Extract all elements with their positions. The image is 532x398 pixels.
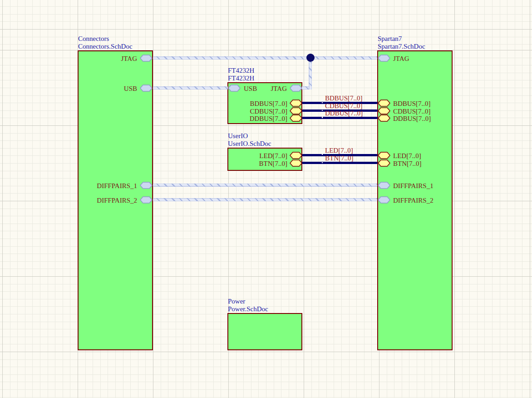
port-label[interactable]: DDBUS[7..0] bbox=[393, 115, 431, 122]
port-connectors-jtag[interactable] bbox=[140, 55, 153, 62]
port-label[interactable]: LED[7..0] bbox=[227, 152, 287, 159]
sheet-name[interactable]: Connectors bbox=[78, 35, 133, 43]
sheet-symbol-power[interactable] bbox=[227, 313, 302, 350]
bus-label-tick bbox=[322, 115, 323, 121]
sheet-name[interactable]: Spartan7 bbox=[378, 35, 425, 43]
net-label-ddbus[interactable]: DDBUS[7..0] bbox=[325, 109, 363, 117]
port-ft4232h-jtag[interactable] bbox=[290, 85, 302, 92]
bus-label-tick bbox=[322, 160, 323, 166]
port-spartan7-jtag[interactable] bbox=[378, 55, 390, 62]
port-spartan7-btn[interactable] bbox=[378, 159, 390, 167]
port-spartan7-led[interactable] bbox=[378, 152, 390, 159]
sheet-file[interactable]: Spartan7.SchDoc bbox=[378, 43, 425, 50]
bus-label-tick bbox=[322, 152, 323, 158]
bus-btn[interactable] bbox=[302, 162, 378, 164]
bus-ddbus[interactable] bbox=[302, 117, 378, 119]
port-connectors-diffpairs-2[interactable] bbox=[140, 196, 153, 204]
port-ft4232h-ddbus[interactable] bbox=[290, 114, 302, 122]
sheet-file[interactable]: Power.SchDoc bbox=[228, 305, 268, 313]
port-label[interactable]: CDBUS[7..0] bbox=[393, 108, 431, 115]
port-spartan7-diffpairs-2[interactable] bbox=[378, 196, 390, 204]
bus-label-tick bbox=[322, 108, 323, 114]
junction-dot bbox=[306, 54, 315, 62]
harness-usb[interactable] bbox=[153, 86, 228, 90]
net-label-led[interactable]: LED[7..0] bbox=[325, 147, 353, 154]
net-label-cdbus[interactable]: CDBUS[7..0] bbox=[325, 102, 363, 109]
sheet-title-ft4232h[interactable]: FT4232H FT4232H bbox=[228, 67, 254, 82]
harness-diffpairs-1[interactable] bbox=[153, 184, 377, 187]
port-label[interactable]: DDBUS[7..0] bbox=[227, 115, 287, 122]
sheet-file[interactable]: Connectors.SchDoc bbox=[78, 43, 133, 50]
sheet-title-spartan7[interactable]: Spartan7 Spartan7.SchDoc bbox=[378, 35, 425, 50]
port-label[interactable]: DIFFPAIRS_2 bbox=[393, 197, 433, 204]
port-userio-led[interactable] bbox=[290, 152, 302, 159]
bus-label-tick bbox=[322, 100, 323, 106]
port-label[interactable]: DIFFPAIRS_2 bbox=[77, 197, 137, 204]
port-label[interactable]: DIFFPAIRS_1 bbox=[77, 182, 137, 189]
harness-diffpairs-2[interactable] bbox=[153, 198, 377, 201]
harness-jtag[interactable] bbox=[153, 56, 377, 60]
port-label[interactable]: BTN[7..0] bbox=[227, 160, 287, 167]
port-userio-btn[interactable] bbox=[290, 159, 302, 167]
net-label-bdbus[interactable]: BDBUS[7..0] bbox=[325, 95, 363, 102]
port-label[interactable]: JTAG bbox=[393, 55, 409, 62]
port-connectors-usb[interactable] bbox=[140, 85, 153, 92]
port-spartan7-ddbus[interactable] bbox=[378, 114, 390, 122]
port-label[interactable]: LED[7..0] bbox=[393, 152, 421, 159]
port-label[interactable]: BTN[7..0] bbox=[393, 160, 422, 167]
port-label[interactable]: USB bbox=[77, 85, 137, 92]
port-ft4232h-bdbus[interactable] bbox=[290, 100, 302, 107]
port-connectors-diffpairs-1[interactable] bbox=[140, 182, 153, 189]
sheet-file[interactable]: FT4232H bbox=[228, 75, 254, 82]
sheet-title-connectors[interactable]: Connectors Connectors.SchDoc bbox=[78, 35, 133, 50]
sheet-name[interactable]: FT4232H bbox=[228, 67, 254, 75]
port-label[interactable]: JTAG bbox=[77, 55, 137, 62]
port-spartan7-bdbus[interactable] bbox=[378, 100, 390, 107]
port-label[interactable]: DIFFPAIRS_1 bbox=[393, 182, 433, 189]
port-label[interactable]: CDBUS[7..0] bbox=[227, 108, 287, 115]
sheet-title-power[interactable]: Power Power.SchDoc bbox=[228, 298, 268, 313]
sheet-title-userio[interactable]: UserIO UserIO.SchDoc bbox=[228, 132, 271, 148]
port-label[interactable]: BDBUS[7..0] bbox=[393, 100, 431, 107]
sheet-name[interactable]: Power bbox=[228, 298, 268, 305]
port-spartan7-cdbus[interactable] bbox=[378, 107, 390, 114]
harness-jtag-branch-v[interactable] bbox=[309, 57, 312, 90]
port-spartan7-diffpairs-1[interactable] bbox=[378, 182, 390, 189]
sheet-name[interactable]: UserIO bbox=[228, 132, 271, 140]
port-label[interactable]: JTAG bbox=[254, 85, 287, 92]
sheet-file[interactable]: UserIO.SchDoc bbox=[228, 140, 271, 148]
schematic-canvas: Connectors Connectors.SchDoc FT4232H FT4… bbox=[0, 0, 532, 398]
port-ft4232h-cdbus[interactable] bbox=[290, 107, 302, 114]
net-label-btn[interactable]: BTN[7..0] bbox=[325, 154, 354, 162]
port-label[interactable]: BDBUS[7..0] bbox=[227, 100, 287, 107]
port-ft4232h-usb[interactable] bbox=[228, 85, 241, 92]
